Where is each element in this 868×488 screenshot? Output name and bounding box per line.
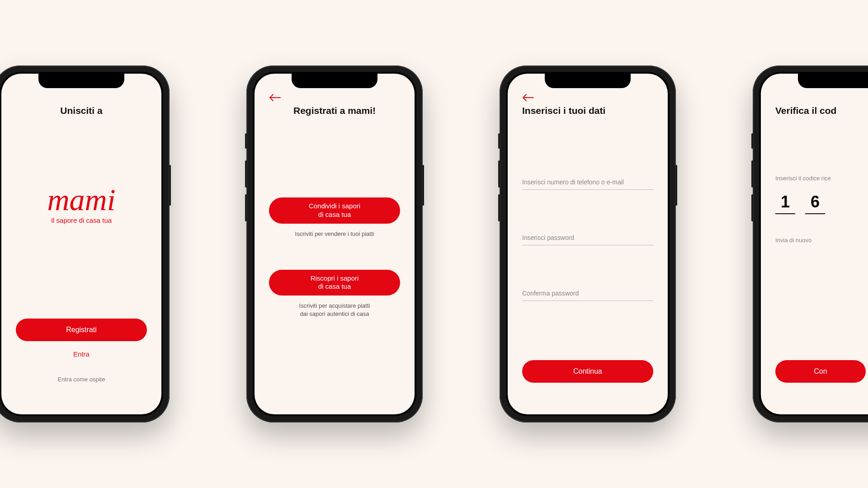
discover-caption: Iscriviti per acquistare piatti dai sapo…: [269, 302, 400, 318]
page-title: Verifica il cod: [775, 105, 868, 116]
phone-frame-4: Verifica il cod Inserisci il codice rice…: [753, 66, 868, 422]
discover-flavors-button[interactable]: Riscopri i sapori di casa tua: [269, 270, 400, 296]
page-title: Unisciti a: [16, 105, 147, 116]
brand-tagline: Il sapore di casa tua: [16, 216, 147, 224]
share-line1: Condividi i sapori: [309, 202, 360, 210]
phone-frame-3: Inserisci i tuoi dati Continua: [500, 66, 676, 422]
resend-link[interactable]: Invia di nuovo: [775, 237, 868, 244]
page-title: Registrati a mami!: [269, 105, 400, 116]
phone-email-input[interactable]: [522, 175, 653, 190]
login-link[interactable]: Entra: [16, 350, 147, 358]
continue-button[interactable]: Con: [775, 360, 866, 383]
page-title: Inserisci i tuoi dati: [522, 105, 653, 116]
confirm-password-input[interactable]: [522, 286, 653, 301]
back-arrow-icon[interactable]: [269, 94, 281, 103]
code-instruction: Inserisci il codice rice: [775, 175, 868, 182]
continue-button[interactable]: Continua: [522, 360, 653, 383]
guest-link[interactable]: Entra come ospite: [16, 376, 147, 383]
back-arrow-icon[interactable]: [522, 94, 534, 103]
share-flavors-button[interactable]: Condividi i sapori di casa tua: [269, 197, 400, 224]
phone-frame-1: Unisciti a mami Il sapore di casa tua Re…: [0, 66, 170, 422]
register-button[interactable]: Registrati: [16, 319, 147, 341]
discover-line2: di casa tua: [318, 282, 351, 290]
code-input-row: [775, 191, 868, 214]
code-digit-2[interactable]: [805, 191, 825, 214]
share-line2: di casa tua: [318, 211, 351, 218]
discover-line1: Riscopri i sapori: [311, 274, 359, 282]
share-caption: Iscriviti per vendere i tuoi piatti: [269, 230, 400, 238]
password-input[interactable]: [522, 230, 653, 245]
phone-frame-2: Registrati a mami! Condividi i sapori di…: [246, 66, 423, 422]
brand-logo: mami: [16, 186, 147, 214]
code-digit-1[interactable]: [775, 191, 795, 214]
mockup-row: mi casa tua Unisciti a mami Il sapore di…: [0, 66, 868, 422]
